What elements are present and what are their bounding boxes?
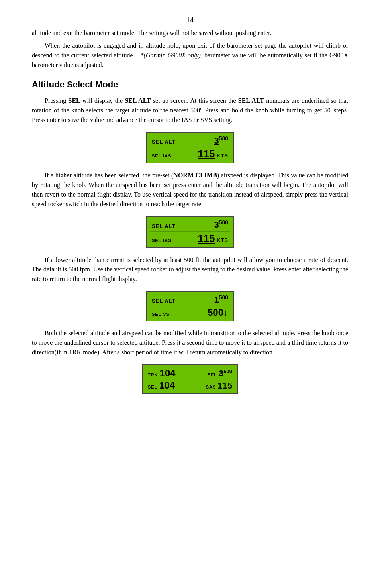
display-3: SEL ALT 1500 SEL VS 500↓: [32, 291, 348, 321]
lcd4-sel-value: 3500: [219, 368, 232, 379]
lcd4-trk-label: TRK: [148, 372, 158, 377]
lcd1-ias-label: SEL IAS: [152, 153, 172, 158]
lcd4-sel2-col: SEL 104: [148, 380, 175, 391]
p3-selalt: SEL ALT: [125, 97, 151, 104]
p3-sel: SEL: [68, 97, 80, 104]
lcd3-value-sup: 500: [219, 294, 228, 301]
display-1: SEL ALT 3500 SEL IAS 115 KTS: [32, 132, 348, 163]
lcd2-value: 3500: [214, 219, 228, 230]
lcd2-label: SEL ALT: [152, 223, 175, 229]
lcd2-value-sup: 500: [219, 219, 228, 226]
lcd-box-2: SEL ALT 3500 SEL IAS 115 KTS: [146, 216, 234, 248]
paragraph-3: Pressing SEL will display the SEL ALT se…: [32, 96, 348, 125]
p4-normclimb: NORM CLIMB: [173, 172, 217, 179]
lcd4-sel-col: SEL 3500: [208, 368, 232, 379]
lcd4-sel-label: SEL: [208, 372, 217, 377]
lcd4-sas-label: SAS: [206, 385, 216, 389]
paragraph-4: If a higher altitude has been selected, …: [32, 171, 348, 209]
lcd1-value-prefix: 3: [214, 136, 219, 146]
paragraph-5: If a lower altitude than current is sele…: [32, 255, 348, 284]
p3-rest: set up screen. At this screen the: [151, 97, 238, 104]
paragraph-1: altitude and exit the barometer set mode…: [32, 28, 348, 38]
p3-selalt2: SEL ALT: [238, 97, 264, 104]
lcd3-value: 1500: [214, 294, 228, 305]
lcd1-ias-value-wrap: 115 KTS: [198, 148, 228, 160]
page-number: 14: [32, 16, 348, 24]
lcd-box-1: SEL ALT 3500 SEL IAS 115 KTS: [146, 132, 234, 163]
lcd2-ias-unit: KTS: [217, 237, 228, 243]
lcd-row-2-top: SEL ALT 3500: [150, 218, 230, 231]
lcd4-sas-value: 115: [217, 381, 232, 391]
p3-intro: Pressing: [45, 97, 68, 104]
lcd-row-1-top: SEL ALT 3500: [150, 134, 230, 147]
p3-mid: will display the: [80, 97, 125, 104]
lcd3-label: SEL ALT: [152, 298, 175, 304]
lcd-row-3-bot: SEL VS 500↓: [150, 306, 230, 319]
lcd1-label: SEL ALT: [152, 139, 175, 145]
lcd-row-4-bot: SEL 104 SAS 115: [146, 380, 234, 392]
lcd-row-1-bot: SEL IAS 115 KTS: [150, 147, 230, 161]
lcd1-value: 3500: [214, 135, 228, 146]
lcd-row-3-top: SEL ALT 1500: [150, 293, 230, 306]
lcd-box-3: SEL ALT 1500 SEL VS 500↓: [146, 291, 234, 321]
p4-intro: If a higher altitude has been selected, …: [45, 172, 173, 179]
lcd4-sas-col: SAS 115: [206, 381, 232, 391]
lcd-box-4: TRK 104 SEL 3500 SEL 104 SAS 115: [142, 364, 238, 394]
lcd1-value-sup: 500: [219, 135, 228, 142]
lcd4-sel-prefix: 3: [219, 368, 223, 378]
display-2: SEL ALT 3500 SEL IAS 115 KTS: [32, 216, 348, 248]
lcd2-value-prefix: 3: [214, 220, 219, 230]
paragraph-6: Both the selected altitude and airspeed …: [32, 328, 348, 357]
lcd-row-2-bot: SEL IAS 115 KTS: [150, 232, 230, 246]
lcd3-vs-label: SEL VS: [152, 312, 170, 317]
lcd4-sel-sup: 500: [223, 368, 232, 374]
lcd2-ias-value: 115: [198, 232, 215, 244]
paragraph-2-star: *(Garmin G900X only),: [141, 52, 202, 59]
lcd2-ias-label: SEL IAS: [152, 238, 172, 243]
lcd1-ias-value: 115: [198, 148, 215, 160]
lcd3-vs-value: 500↓: [208, 307, 228, 318]
lcd4-trk-value: 104: [160, 368, 176, 379]
paragraph-2: When the autopilot is engaged and in alt…: [32, 41, 348, 70]
lcd2-ias-value-wrap: 115 KTS: [198, 232, 228, 245]
section-heading: Altitude Select Mode: [32, 79, 348, 90]
display-4: TRK 104 SEL 3500 SEL 104 SAS 115: [32, 364, 348, 394]
lcd3-value-prefix: 1: [214, 295, 219, 305]
lcd4-sel2-label: SEL: [148, 385, 157, 389]
lcd4-trk-col: TRK 104: [148, 368, 176, 379]
lcd4-sel2-value: 104: [159, 380, 175, 391]
lcd1-ias-unit: KTS: [217, 153, 228, 159]
lcd-row-4-top: TRK 104 SEL 3500: [146, 367, 234, 380]
